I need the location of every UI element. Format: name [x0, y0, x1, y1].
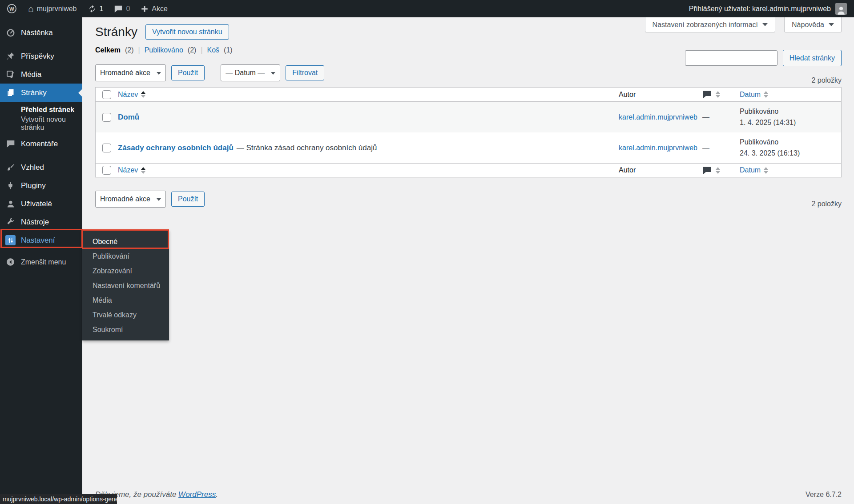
pages-table: Název Autor Datum Domů: [95, 87, 842, 177]
sort-by-date-link[interactable]: Datum: [740, 166, 768, 174]
sidebar-item-pages[interactable]: Stránky: [0, 84, 82, 102]
apply-button[interactable]: Použít: [171, 65, 205, 80]
view-trash-link[interactable]: Koš: [207, 46, 220, 54]
sort-arrows-icon: [141, 91, 145, 98]
page-title-suffix: — Stránka zásad ochrany osobních údajů: [237, 144, 377, 152]
add-new-page-button[interactable]: Vytvořit novou stránku: [145, 24, 229, 40]
plug-icon: [5, 180, 16, 191]
brush-icon: [5, 162, 16, 173]
sidebar-item-label: Komentáře: [21, 140, 58, 148]
sidebar-item-users[interactable]: Uživatelé: [0, 195, 82, 213]
comments-value: —: [702, 113, 709, 121]
select-all-checkbox[interactable]: [102, 90, 111, 99]
sort-by-date-link[interactable]: Datum: [740, 91, 768, 99]
date-filter-select[interactable]: — Datum —: [221, 64, 280, 81]
sort-by-comments-link[interactable]: [702, 90, 720, 99]
new-content-menu[interactable]: Akce: [141, 5, 168, 13]
flyout-item-privacy[interactable]: Soukromí: [82, 322, 169, 337]
table-footer-row: Název Autor Datum: [96, 163, 841, 177]
status-label: Publikováno: [740, 106, 778, 117]
footer-version: Verze 6.7.2: [806, 491, 842, 499]
admin-bar: W ⌂ mujprvniweb 1 0 Akce Přihlášený uživ…: [0, 0, 854, 17]
wrench-icon: [5, 216, 16, 228]
view-published-link[interactable]: Publikováno: [145, 46, 183, 54]
flyout-item-reading[interactable]: Zobrazování: [82, 264, 169, 278]
flyout-item-general[interactable]: Obecné: [82, 234, 169, 249]
updates-icon: [88, 4, 97, 13]
bulk-actions-select-bottom[interactable]: Hromadné akce: [95, 191, 166, 208]
author-link[interactable]: karel.admin.mujprvniweb: [619, 144, 697, 152]
sidebar-item-label: Příspěvky: [21, 52, 54, 61]
sort-by-comments-link[interactable]: [702, 166, 720, 175]
author-column-header: Autor: [619, 166, 636, 174]
sort-arrows-icon: [716, 91, 720, 98]
comments-count: 0: [126, 5, 130, 13]
sidebar-item-label: Vzhled: [21, 163, 44, 172]
svg-text:W: W: [9, 6, 14, 12]
new-content-label: Akce: [152, 5, 168, 13]
sidebar-item-collapse-menu[interactable]: Zmenšit menu: [0, 253, 82, 271]
plus-icon: [141, 5, 149, 13]
row-checkbox[interactable]: [102, 144, 111, 152]
sidebar-item-settings[interactable]: Nastavení: [0, 231, 82, 249]
bulk-actions-value: Hromadné akce: [100, 195, 150, 203]
search-input[interactable]: [685, 50, 777, 66]
flyout-item-writing[interactable]: Publikování: [82, 249, 169, 264]
sidebar-item-label: Stránky: [21, 88, 47, 97]
comments-value: —: [702, 144, 709, 152]
flyout-item-discussion[interactable]: Nastavení komentářů: [82, 278, 169, 293]
settings-icon: [5, 235, 16, 246]
submenu-item-add-page[interactable]: Vytvořit novou stránku: [0, 116, 82, 130]
sidebar-item-label: Média: [21, 70, 41, 79]
sidebar-item-media[interactable]: Média: [0, 65, 82, 84]
row-checkbox[interactable]: [102, 113, 111, 122]
sort-by-title-link[interactable]: Název: [118, 91, 145, 99]
site-name-menu[interactable]: ⌂ mujprvniweb: [28, 4, 77, 13]
screen-options-tab[interactable]: Nastavení zobrazených informací: [645, 17, 775, 32]
updates-count: 1: [100, 5, 104, 13]
sidebar-item-dashboard[interactable]: Nástěnka: [0, 24, 82, 42]
pages-icon: [5, 87, 16, 98]
sidebar-item-plugins[interactable]: Pluginy: [0, 176, 82, 195]
view-all-link[interactable]: Celkem: [95, 46, 121, 54]
flyout-item-permalinks[interactable]: Trvalé odkazy: [82, 308, 169, 322]
view-published-count: (2): [188, 46, 197, 54]
filter-button[interactable]: Filtrovat: [286, 65, 324, 80]
sidebar-item-appearance[interactable]: Vzhled: [0, 158, 82, 176]
sort-by-title-link[interactable]: Název: [118, 166, 145, 174]
help-tab[interactable]: Nápověda: [784, 17, 842, 32]
bulk-actions-select[interactable]: Hromadné akce: [95, 64, 166, 81]
author-link[interactable]: karel.admin.mujprvniweb: [619, 113, 697, 121]
apply-button-bottom[interactable]: Použít: [171, 192, 205, 207]
media-icon: [5, 69, 16, 80]
sidebar-item-tools[interactable]: Nástroje: [0, 213, 82, 231]
sidebar-item-comments[interactable]: Komentáře: [0, 135, 82, 153]
flyout-item-media[interactable]: Média: [82, 293, 169, 308]
page-title-link[interactable]: Zásady ochrany osobních údajů: [118, 144, 234, 152]
page-title-link[interactable]: Domů: [118, 113, 139, 122]
comment-bubble-icon: [702, 90, 712, 99]
view-trash-count: (1): [224, 46, 233, 54]
sort-arrows-icon: [764, 167, 768, 174]
collapse-arrow-icon: [5, 256, 16, 268]
select-all-checkbox[interactable]: [102, 166, 111, 175]
sort-arrows-icon: [141, 167, 145, 174]
wordpress-logo-icon[interactable]: W: [6, 3, 17, 14]
comments-icon: [5, 138, 16, 149]
sidebar-item-label: Nastavení: [21, 236, 55, 245]
user-icon: [5, 198, 16, 209]
sidebar-item-posts[interactable]: Příspěvky: [0, 47, 82, 65]
updates-menu[interactable]: 1: [88, 4, 104, 13]
comments-menu[interactable]: 0: [114, 5, 130, 13]
items-count: 2 položky: [811, 200, 842, 208]
sidebar-item-label: Nástroje: [21, 218, 49, 227]
sidebar-item-label: Uživatelé: [21, 200, 52, 208]
account-menu[interactable]: Přihlášený uživatel: karel.admin.mujprvn…: [689, 3, 847, 15]
submenu-item-all-pages[interactable]: Přehled stránek: [0, 103, 82, 116]
search-pages-button[interactable]: Hledat stránky: [783, 50, 842, 66]
sort-arrows-icon: [716, 167, 720, 174]
sidebar: Nástěnka Příspěvky Média Stránky Přehled…: [0, 17, 82, 504]
chevron-down-icon: [271, 72, 275, 75]
wordpress-link[interactable]: WordPress: [178, 490, 216, 499]
pushpin-icon: [5, 51, 16, 62]
